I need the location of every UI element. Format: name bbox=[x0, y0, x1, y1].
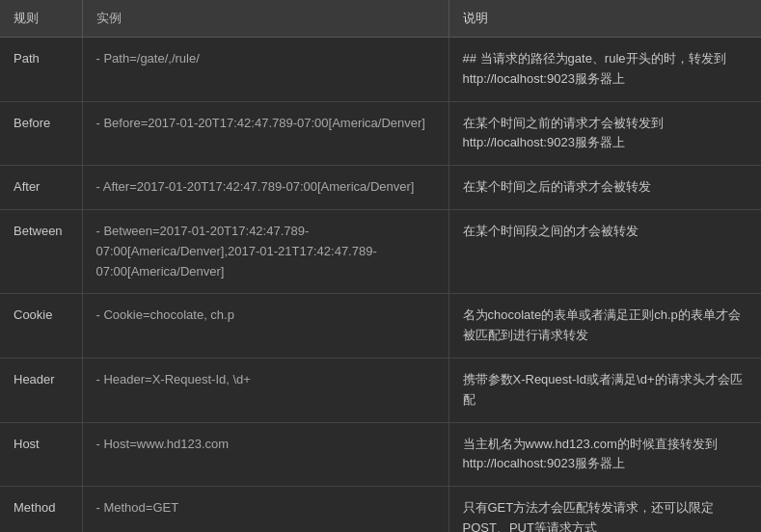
rules-table: 规则 实例 说明 Path- Path=/gate/,/rule/## 当请求的… bbox=[0, 0, 761, 532]
cell-desc: 在某个时间之后的请求才会被转发 bbox=[448, 166, 761, 210]
table-row: Header- Header=X-Request-Id, \d+携带参数X-Re… bbox=[0, 358, 761, 422]
cell-example: - Header=X-Request-Id, \d+ bbox=[82, 358, 448, 422]
cell-desc: 当主机名为www.hd123.com的时候直接转发到http://localho… bbox=[448, 422, 761, 487]
cell-rule: Path bbox=[0, 38, 82, 102]
cell-example: - Cookie=chocolate, ch.p bbox=[82, 294, 448, 359]
cell-example: - Method=GET bbox=[82, 487, 448, 532]
table-row: Host- Host=www.hd123.com当主机名为www.hd123.c… bbox=[0, 422, 761, 487]
table-row: Method- Method=GET只有GET方法才会匹配转发请求，还可以限定P… bbox=[0, 487, 761, 532]
cell-rule: After bbox=[0, 166, 82, 210]
cell-desc: 只有GET方法才会匹配转发请求，还可以限定POST、PUT等请求方式 bbox=[448, 487, 761, 532]
header-desc: 说明 bbox=[448, 0, 761, 38]
cell-desc: 在某个时间之前的请求才会被转发到http://localhost:9023服务器… bbox=[448, 101, 761, 166]
table-row: Path- Path=/gate/,/rule/## 当请求的路径为gate、r… bbox=[0, 38, 761, 102]
table-row: Cookie- Cookie=chocolate, ch.p名为chocolat… bbox=[0, 294, 761, 359]
header-rule: 规则 bbox=[0, 0, 82, 38]
cell-example: - Host=www.hd123.com bbox=[82, 422, 448, 487]
cell-example: - After=2017-01-20T17:42:47.789-07:00[Am… bbox=[82, 166, 448, 210]
cell-rule: Header bbox=[0, 358, 82, 422]
cell-rule: Cookie bbox=[0, 294, 82, 359]
table-row: Between- Between=2017-01-20T17:42:47.789… bbox=[0, 209, 761, 293]
header-example: 实例 bbox=[82, 0, 448, 38]
table-row: After- After=2017-01-20T17:42:47.789-07:… bbox=[0, 166, 761, 210]
table-row: Before- Before=2017-01-20T17:42:47.789-0… bbox=[0, 101, 761, 166]
cell-example: - Before=2017-01-20T17:42:47.789-07:00[A… bbox=[82, 101, 448, 166]
cell-rule: Between bbox=[0, 209, 82, 293]
cell-desc: ## 当请求的路径为gate、rule开头的时，转发到http://localh… bbox=[448, 38, 761, 102]
cell-rule: Before bbox=[0, 101, 82, 166]
cell-desc: 携带参数X-Request-Id或者满足\d+的请求头才会匹配 bbox=[448, 358, 761, 422]
cell-desc: 名为chocolate的表单或者满足正则ch.p的表单才会被匹配到进行请求转发 bbox=[448, 294, 761, 359]
cell-desc: 在某个时间段之间的才会被转发 bbox=[448, 209, 761, 293]
cell-rule: Method bbox=[0, 487, 82, 532]
cell-example: - Between=2017-01-20T17:42:47.789-07:00[… bbox=[82, 209, 448, 293]
cell-rule: Host bbox=[0, 422, 82, 487]
cell-example: - Path=/gate/,/rule/ bbox=[82, 38, 448, 102]
